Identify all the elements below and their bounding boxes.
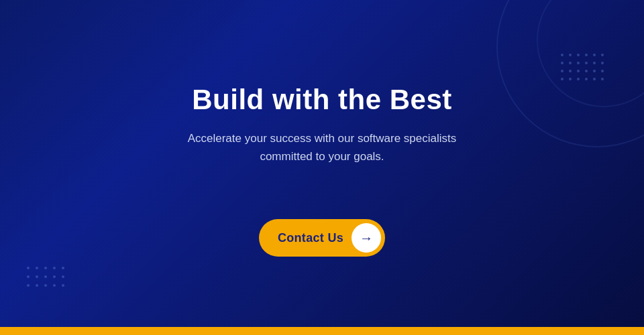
page-wrapper: Build with the Best Accelerate your succ… [0, 0, 644, 335]
dot [44, 275, 47, 278]
dot [601, 54, 604, 56]
dot [27, 284, 30, 287]
dot [561, 54, 564, 56]
dot [577, 78, 580, 80]
dot [577, 62, 580, 64]
dot [585, 62, 588, 64]
arrow-right-icon: → [360, 231, 373, 245]
dot [36, 267, 38, 269]
dot [585, 78, 588, 80]
dot [569, 54, 572, 56]
dot [53, 275, 56, 278]
dot [601, 78, 604, 80]
dot [53, 267, 56, 269]
dot [593, 62, 596, 64]
hero-subtitle: Accelerate your success with our softwar… [161, 129, 483, 165]
dot [585, 54, 588, 56]
dot [593, 78, 596, 80]
cta-arrow-circle: → [352, 223, 381, 253]
dot [62, 267, 64, 269]
dot [44, 284, 47, 287]
dot [561, 78, 564, 80]
dot [62, 275, 64, 278]
dot [561, 62, 564, 64]
dot [36, 275, 38, 278]
dot [569, 78, 572, 80]
dot [569, 70, 572, 72]
dot [593, 54, 596, 56]
dot [569, 62, 572, 64]
dot [577, 54, 580, 56]
dot [53, 284, 56, 287]
dot [601, 62, 604, 64]
dot [561, 70, 564, 72]
hero-title: Build with the Best [192, 84, 452, 116]
dot [601, 70, 604, 72]
dot [62, 284, 64, 287]
bottom-bar [0, 327, 644, 335]
dot [593, 70, 596, 72]
dot [585, 70, 588, 72]
dot [27, 275, 30, 278]
contact-us-label: Contact Us [278, 231, 343, 245]
dot [36, 284, 38, 287]
dot [27, 267, 30, 269]
dot [44, 267, 47, 269]
dot [577, 70, 580, 72]
contact-us-button[interactable]: Contact Us → [259, 219, 385, 257]
hero-section: Build with the Best Accelerate your succ… [0, 0, 644, 327]
dot-grid-top-right [561, 54, 604, 80]
dot-grid-bottom-left [27, 267, 64, 287]
